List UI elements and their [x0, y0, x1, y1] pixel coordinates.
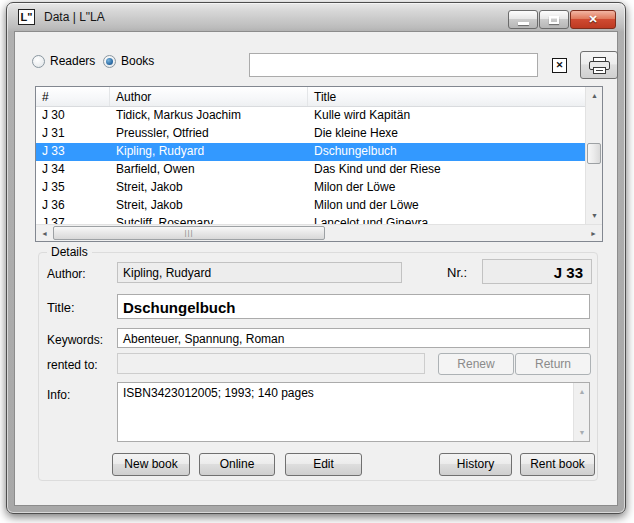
- close-icon: ✕: [588, 13, 597, 26]
- table-cell: Streit, Jakob: [110, 179, 308, 197]
- keywords-field[interactable]: Abenteuer, Spannung, Roman: [117, 328, 590, 348]
- table-cell: Kipling, Rudyard: [110, 143, 308, 161]
- client-area: Readers Books ✕ # Author Title J 30T: [14, 31, 618, 506]
- horizontal-scrollbar[interactable]: ◄ ||| ►: [36, 224, 602, 241]
- table-cell: Kulle wird Kapitän: [308, 107, 585, 125]
- info-text: ISBN3423012005; 1993; 140 pages: [123, 386, 314, 400]
- minimize-button[interactable]: [508, 10, 538, 29]
- edit-button[interactable]: Edit: [285, 453, 362, 476]
- table-cell: Das Kind und der Riese: [308, 161, 585, 179]
- app-icon: L": [18, 9, 35, 25]
- radio-readers[interactable]: Readers: [32, 54, 95, 68]
- maximize-button[interactable]: [539, 10, 569, 29]
- table-row[interactable]: J 36Streit, JakobMilon und der Löwe: [36, 197, 585, 215]
- horizontal-scroll-thumb[interactable]: |||: [53, 226, 325, 240]
- rented-to-label: rented to:: [47, 358, 98, 372]
- scroll-right-icon[interactable]: ►: [585, 225, 602, 242]
- table-header: # Author Title: [36, 87, 602, 107]
- title-bar[interactable]: L" Data | L"LA ✕: [7, 3, 625, 31]
- rented-to-field: [117, 353, 425, 374]
- table-cell: Lancelot und Ginevra: [308, 215, 585, 224]
- nr-field[interactable]: J 33: [482, 259, 592, 284]
- printer-icon: [589, 57, 610, 74]
- clear-icon: ✕: [556, 60, 564, 70]
- window-controls: ✕: [508, 10, 616, 29]
- table-cell: J 34: [36, 161, 110, 179]
- return-button: Return: [515, 353, 591, 375]
- table-cell: J 33: [36, 143, 110, 161]
- vertical-scroll-thumb[interactable]: [587, 143, 601, 164]
- title-field[interactable]: Dschungelbuch: [117, 294, 590, 319]
- print-button[interactable]: [580, 51, 618, 79]
- radio-books-label: Books: [121, 54, 154, 68]
- scroll-up-icon[interactable]: ▲: [586, 87, 603, 104]
- details-group: Details Author: Kipling, Rudyard Nr.: J …: [38, 252, 598, 481]
- window-title: Data | L"LA: [44, 10, 105, 24]
- info-label: Info:: [47, 388, 70, 402]
- scroll-left-icon[interactable]: ◄: [36, 225, 53, 242]
- table-row[interactable]: J 37Sutcliff, RosemaryLancelot und Ginev…: [36, 215, 585, 224]
- search-input[interactable]: [249, 53, 538, 77]
- renew-button: Renew: [438, 353, 514, 375]
- info-scroll-up-icon[interactable]: ▲: [574, 383, 590, 400]
- info-field[interactable]: ISBN3423012005; 1993; 140 pages ▲ ▼: [117, 382, 590, 442]
- column-header-id[interactable]: #: [36, 87, 110, 106]
- table-cell: Preussler, Otfried: [110, 125, 308, 143]
- online-button[interactable]: Online: [199, 453, 275, 476]
- app-window: L" Data | L"LA ✕ Readers Books ✕: [6, 2, 626, 514]
- table-row[interactable]: J 30Tidick, Markus JoachimKulle wird Kap…: [36, 107, 585, 125]
- table-cell: J 35: [36, 179, 110, 197]
- table-row[interactable]: J 31Preussler, OtfriedDie kleine Hexe: [36, 125, 585, 143]
- table-cell: Dschungelbuch: [308, 143, 585, 161]
- clear-search-button[interactable]: ✕: [552, 58, 567, 73]
- new-book-button[interactable]: New book: [112, 453, 190, 476]
- table-cell: Tidick, Markus Joachim: [110, 107, 308, 125]
- radio-readers-label: Readers: [50, 54, 95, 68]
- table-body: J 30Tidick, Markus JoachimKulle wird Kap…: [36, 107, 585, 224]
- radio-unchecked-icon: [32, 55, 45, 68]
- rent-book-button[interactable]: Rent book: [520, 453, 595, 476]
- minimize-icon: [518, 22, 529, 25]
- table-cell: Sutcliff, Rosemary: [110, 215, 308, 224]
- keywords-label: Keywords:: [47, 333, 103, 347]
- nr-label: Nr.:: [447, 265, 467, 280]
- table-cell: J 36: [36, 197, 110, 215]
- author-field[interactable]: Kipling, Rudyard: [117, 262, 402, 283]
- author-label: Author:: [47, 267, 86, 281]
- details-group-label: Details: [47, 245, 92, 259]
- info-scrollbar[interactable]: ▲ ▼: [573, 383, 589, 441]
- books-table: # Author Title J 30Tidick, Markus Joachi…: [35, 86, 603, 242]
- scroll-down-icon[interactable]: ▼: [586, 207, 603, 224]
- history-button[interactable]: History: [439, 453, 512, 476]
- table-row[interactable]: J 35Streit, JakobMilon der Löwe: [36, 179, 585, 197]
- title-label: Title:: [47, 300, 75, 315]
- info-scroll-down-icon[interactable]: ▼: [574, 424, 590, 441]
- radio-checked-icon: [103, 55, 116, 68]
- column-header-title[interactable]: Title: [308, 87, 602, 106]
- maximize-icon: [549, 16, 559, 24]
- table-cell: Milon und der Löwe: [308, 197, 585, 215]
- column-header-author[interactable]: Author: [110, 87, 308, 106]
- table-cell: Streit, Jakob: [110, 197, 308, 215]
- table-cell: J 31: [36, 125, 110, 143]
- close-button[interactable]: ✕: [570, 10, 616, 29]
- table-cell: J 37: [36, 215, 110, 224]
- table-cell: J 30: [36, 107, 110, 125]
- table-cell: Barfield, Owen: [110, 161, 308, 179]
- radio-books[interactable]: Books: [103, 54, 154, 68]
- table-cell: Milon der Löwe: [308, 179, 585, 197]
- table-cell: Die kleine Hexe: [308, 125, 585, 143]
- table-row[interactable]: J 34Barfield, OwenDas Kind und der Riese: [36, 161, 585, 179]
- table-row[interactable]: J 33Kipling, RudyardDschungelbuch: [36, 143, 585, 161]
- vertical-scrollbar[interactable]: ▲ ▼: [585, 87, 602, 224]
